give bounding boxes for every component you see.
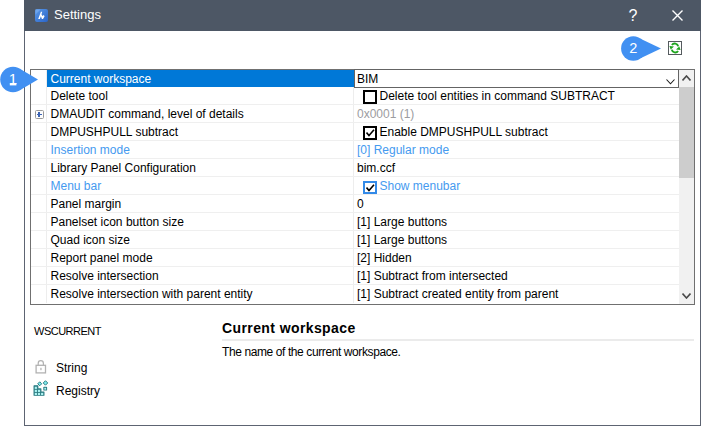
svg-text:2: 2 xyxy=(629,40,637,56)
